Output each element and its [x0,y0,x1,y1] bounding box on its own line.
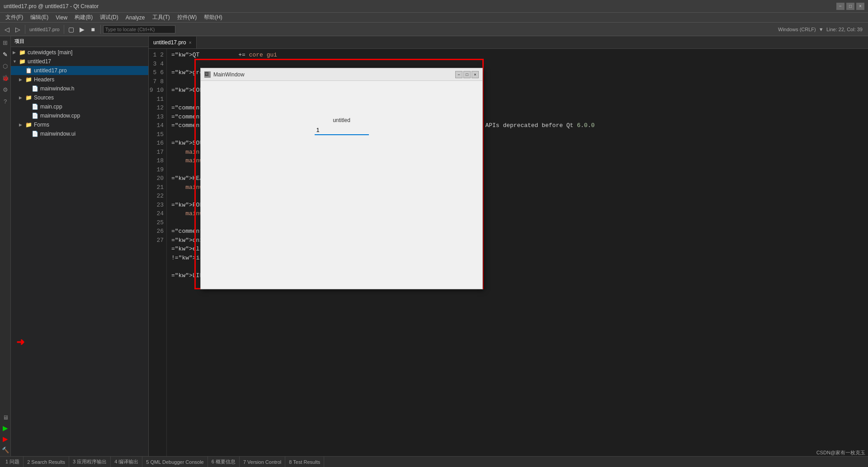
mainwindow-dialog: 🖼 MainWindow − □ × untitled [200,68,483,289]
tree-arrow: ▶ [19,95,25,100]
bottom-tab[interactable]: 6 概要信息 [208,457,240,467]
tab-label: untitled17.pro [153,39,186,46]
bottom-left-icons: 🖥 ▶ ▶ 🔨 [0,413,11,456]
tree-label: Headers [34,76,54,83]
tree-item[interactable]: 📋 untitled17.pro [11,66,148,75]
csdn-watermark: CSDN@家有一枚克玉 [814,448,868,457]
tree-arrow: ▼ [13,59,19,64]
toolbar-sep-2 [64,25,64,34]
sidebar-header: 项目 [11,36,148,47]
tree-arrow: ▶ [19,77,25,82]
tree-icon: 📋 [25,67,33,74]
editor-tabs: untitled17.pro× [149,36,868,49]
close-button[interactable]: × [856,3,864,10]
dialog-maximize[interactable]: □ [463,71,471,78]
tree-item[interactable]: ▶ 📁 Headers [11,75,148,84]
dialog-title-text: MainWindow [213,71,245,78]
os-status: Windows (CRLF) [778,27,816,32]
menu-view[interactable]: View [52,14,71,22]
icon-projects[interactable]: ⊞ [1,38,10,47]
toolbar: ◁ ▷ untitled17.pro ▢ ▶ ■ Windows (CRLF) … [0,23,868,36]
menu-help[interactable]: 帮助(H) [200,13,226,22]
tree-icon: 📁 [25,76,33,83]
tree-icon: 📄 [32,104,39,110]
locate-input[interactable] [103,25,175,33]
toolbar-project-label: untitled17.pro [28,27,61,32]
icon-settings[interactable]: ⚙ [1,85,10,94]
toolbar-stop[interactable]: ■ [88,24,98,34]
tree-icon: 📁 [19,49,26,56]
editor-tab[interactable]: untitled17.pro× [149,37,197,48]
bottom-tab[interactable]: 2 Search Results [24,457,69,467]
menu-tools[interactable]: 工具(T) [149,13,174,22]
tree-item[interactable]: 📄 mainwindow.ui [11,129,148,138]
dialog-icon: 🖼 [204,71,211,78]
run-button[interactable]: ▶ [1,424,10,433]
tree-arrow: ▶ [19,123,25,127]
toolbar-run[interactable]: ▶ [77,24,87,34]
tree-label: untitled17 [28,58,51,65]
sidebar: 项目 ▶ 📁 cutewidgets [main] ▼ 📁 untitled17… [11,36,149,456]
menu-bar: 文件(F) 编辑(E) View 构建(B) 调试(D) Analyze 工具(… [0,13,868,23]
menu-analyze[interactable]: Analyze [122,14,149,22]
toolbar-build[interactable]: ▢ [66,24,76,34]
dialog-win-buttons: − □ × [455,71,479,78]
dialog-close[interactable]: × [472,71,479,78]
tree-item[interactable]: 📄 mainwindow.cpp [11,111,148,120]
icon-bar: ⊞ ✎ ⬡ 🐞 ⚙ ? [0,36,11,456]
bottom-tab[interactable]: 7 Version Control [240,457,285,467]
tree-label: Sources [34,94,54,101]
tree-label: mainwindow.ui [40,131,75,137]
menu-debug[interactable]: 调试(D) [96,13,122,22]
tree-item[interactable]: ▶ 📁 Sources [11,93,148,102]
bottom-tab[interactable]: 8 Test Results [285,457,324,467]
menu-file[interactable]: 文件(F) [2,13,27,22]
tree-label: main.cpp [40,104,62,110]
bottom-tab[interactable]: 3 应用程序输出 [69,457,111,467]
tree-label: cutewidgets [main] [28,49,72,56]
line-numbers: 1 2 3 4 5 6 7 8 9 10 11 12 13 14 15 16 1… [149,49,167,456]
tree-icon: 📁 [19,58,26,65]
sidebar-tree: ▶ 📁 cutewidgets [main] ▼ 📁 untitled17 📋 … [11,47,148,456]
tree-item[interactable]: ▼ 📁 untitled17 [11,57,148,66]
tree-label: mainwindow.cpp [40,113,80,119]
menu-controls[interactable]: 控件(W) [174,13,200,22]
dialog-input[interactable] [315,125,369,135]
bottom-tab[interactable]: 4 编译输出 [111,457,142,467]
icon-debug[interactable]: 🐞 [1,73,10,82]
bottom-tab[interactable]: 1 问题 [2,457,24,467]
run-debug-button[interactable]: ▶ [1,434,10,443]
dialog-title: 🖼 MainWindow [204,71,245,78]
tab-close-icon[interactable]: × [189,40,192,45]
icon-design[interactable]: ⬡ [1,61,10,71]
tree-item[interactable]: 📄 mainwindow.h [11,84,148,93]
tree-item[interactable]: 📄 main.cpp [11,102,148,111]
icon-editor[interactable]: ✎ [1,50,10,59]
build-button[interactable]: 🔨 [1,445,10,454]
window-controls: − □ × [836,3,864,10]
bottom-panel: 1 问题2 Search Results3 应用程序输出4 编译输出5 QML … [0,456,868,467]
toolbar-nav-back[interactable]: ◁ [2,24,12,34]
toolbar-sep-3 [100,25,101,34]
title-bar: untitled17.pro @ untitled17 - Qt Creator… [0,0,868,13]
icon-help[interactable]: ? [1,97,10,106]
menu-build[interactable]: 构建(B) [71,13,96,22]
maximize-button[interactable]: □ [846,3,854,10]
tree-icon: 📄 [32,131,39,137]
cursor-status: Line: 22, Col: 39 [826,27,863,32]
toolbar-sep-1 [25,25,25,34]
tree-label: mainwindow.h [40,85,74,92]
bottom-tab[interactable]: 5 QML Debugger Console [142,457,208,467]
tree-arrow: ▶ [13,50,19,55]
dialog-label: untitled [333,117,350,123]
tree-item[interactable]: ▶ 📁 Forms [11,120,148,129]
dialog-titlebar: 🖼 MainWindow − □ × [201,68,482,81]
tree-icon: 📁 [25,94,33,101]
minimize-button[interactable]: − [836,3,844,10]
toolbar-nav-fwd[interactable]: ▷ [13,24,23,34]
dialog-minimize[interactable]: − [455,71,462,78]
monitor-icon[interactable]: 🖥 [1,413,10,422]
tree-icon: 📄 [32,85,39,92]
menu-edit[interactable]: 编辑(E) [27,13,52,22]
tree-item[interactable]: ▶ 📁 cutewidgets [main] [11,48,148,57]
